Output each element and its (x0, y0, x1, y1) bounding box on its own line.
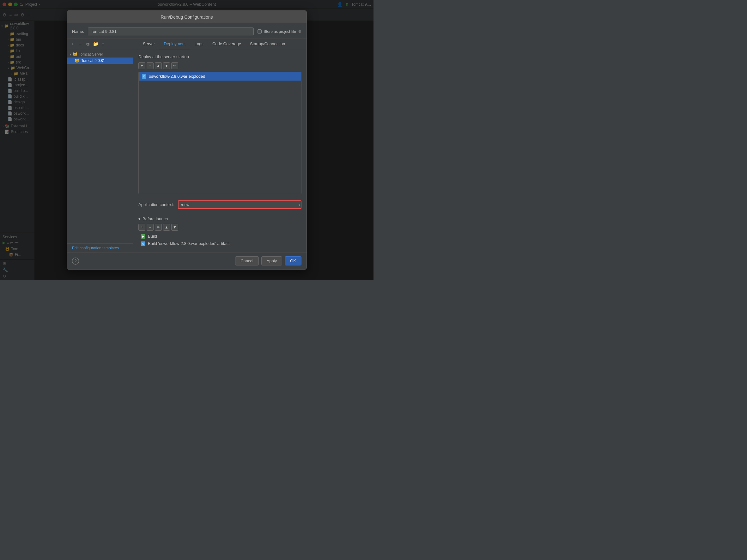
tab-deployment[interactable]: Deployment (159, 39, 190, 49)
launch-artifact-label: Build 'osworkflow-2.8.0:war exploded' ar… (148, 241, 230, 246)
add-artifact-button[interactable]: + (138, 62, 145, 69)
before-launch-label: Before launch (143, 217, 168, 221)
deployment-toolbar: + − ▲ ▼ ✏ (138, 62, 302, 69)
launch-down-button[interactable]: ▼ (171, 224, 178, 231)
tomcat-item-icon: 🐱 (75, 58, 79, 63)
edit-link-row: Edit configuration templates... (67, 243, 133, 252)
modal-overlay: Run/Debug Configurations Name: Store as … (0, 0, 374, 280)
tab-startup-connection[interactable]: Startup/Connection (246, 39, 289, 49)
tomcat-item-label: Tomcat 9.0.81 (81, 58, 105, 63)
tab-code-coverage[interactable]: Code Coverage (208, 39, 246, 49)
edit-config-link[interactable]: Edit configuration templates... (70, 244, 125, 252)
remove-config-button[interactable]: − (77, 41, 83, 47)
before-launch-toolbar: + − ✏ ▲ ▼ (138, 224, 302, 231)
name-input[interactable] (88, 27, 254, 35)
name-label: Name: (72, 29, 84, 34)
server-icon: 🐱 (73, 52, 77, 56)
modal-titlebar: Run/Debug Configurations (67, 11, 307, 23)
deployment-tab-content: Deploy at the server startup + − ▲ ▼ ✏ ⚙… (133, 49, 307, 252)
artifact-list: ⚙ osworkflow-2.8.0:war exploded (138, 72, 302, 194)
app-window: 🗂 Project ▾ osworkflow-2.8.0 – WebConten… (0, 0, 374, 280)
modal-title: Run/Debug Configurations (161, 15, 213, 20)
add-config-button[interactable]: + (70, 41, 76, 47)
run-debug-modal: Run/Debug Configurations Name: Store as … (67, 10, 307, 270)
copy-config-button[interactable]: ⧉ (85, 41, 91, 47)
tomcat-group-label: Tomcat Server (79, 52, 103, 56)
remove-artifact-button[interactable]: − (147, 62, 154, 69)
app-context-input[interactable] (178, 200, 302, 209)
artifact-launch-icon: ⚙ (141, 241, 145, 246)
store-project-label: Store as project file (263, 29, 296, 34)
before-launch-header[interactable]: ▾ Before launch (138, 217, 302, 221)
launch-item-artifact[interactable]: ⚙ Build 'osworkflow-2.8.0:war exploded' … (138, 240, 302, 247)
launch-build-label: Build (148, 234, 157, 238)
edit-artifact-button[interactable]: ✏ (171, 62, 178, 69)
tab-server[interactable]: Server (138, 39, 159, 49)
build-icon: ▶ (141, 234, 145, 238)
tomcat-server-group: ▾ 🐱 Tomcat Server 🐱 Tomcat 9.0.81 (67, 51, 133, 65)
left-panel-toolbar: + − ⧉ 📁 ↕ (67, 39, 133, 49)
app-context-label: Application context: (138, 202, 174, 207)
before-launch-section: ▾ Before launch + − ✏ ▲ ▼ (138, 217, 302, 247)
artifact-item-osworkflow[interactable]: ⚙ osworkflow-2.8.0:war exploded (139, 72, 301, 81)
move-down-button[interactable]: ▼ (163, 62, 170, 69)
remove-launch-button[interactable]: − (147, 224, 154, 231)
launch-up-button[interactable]: ▲ (163, 224, 170, 231)
ok-button[interactable]: OK (285, 256, 302, 265)
help-button[interactable]: ? (72, 258, 79, 264)
store-project-checkbox[interactable] (258, 29, 262, 33)
modal-footer: ? Cancel Apply OK (67, 252, 307, 269)
cancel-button[interactable]: Cancel (235, 256, 258, 265)
chevron-down-icon: ▾ (70, 52, 71, 56)
add-launch-button[interactable]: + (138, 224, 145, 231)
modal-header: Name: Store as project file ⚙ (67, 23, 307, 39)
tomcat-item[interactable]: 🐱 Tomcat 9.0.81 (67, 57, 133, 64)
gear-icon[interactable]: ⚙ (298, 29, 302, 34)
edit-launch-button[interactable]: ✏ (155, 224, 162, 231)
deploy-section-title: Deploy at the server startup (138, 54, 302, 59)
tabs-bar: Server Deployment Logs Code Coverage Sta… (133, 39, 307, 49)
artifact-icon: ⚙ (142, 74, 146, 79)
store-project-file-row: Store as project file ⚙ (258, 29, 302, 34)
modal-right-panel: Server Deployment Logs Code Coverage Sta… (133, 39, 307, 252)
move-config-button[interactable]: 📁 (92, 41, 99, 47)
app-context-input-wrap: ▾ (178, 200, 302, 209)
launch-item-build[interactable]: ▶ Build (138, 233, 302, 240)
left-panel-tree: ▾ 🐱 Tomcat Server 🐱 Tomcat 9.0.81 (67, 49, 133, 243)
tomcat-group-header[interactable]: ▾ 🐱 Tomcat Server (67, 51, 133, 57)
sort-config-button[interactable]: ↕ (100, 41, 106, 47)
modal-left-panel: + − ⧉ 📁 ↕ ▾ 🐱 Tomcat Server (67, 39, 133, 252)
artifact-label: osworkflow-2.8.0:war exploded (149, 74, 205, 79)
chevron-down-icon: ▾ (138, 217, 140, 221)
tab-logs[interactable]: Logs (190, 39, 208, 49)
apply-button[interactable]: Apply (261, 256, 283, 265)
footer-left: ? (72, 258, 233, 264)
move-up-button[interactable]: ▲ (155, 62, 162, 69)
modal-body: + − ⧉ 📁 ↕ ▾ 🐱 Tomcat Server (67, 39, 307, 252)
app-context-row: Application context: ▾ (138, 198, 302, 211)
